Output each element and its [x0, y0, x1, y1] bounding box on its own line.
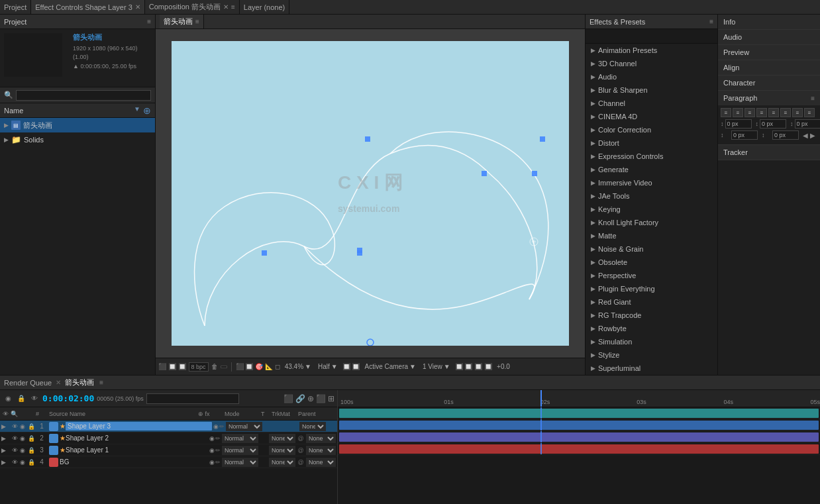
align-right-btn[interactable]: ≡ [744, 108, 755, 117]
layer-4-vis[interactable]: 👁 [9, 459, 20, 466]
effect-item-plugin-everything[interactable]: ▶Plugin Everything [586, 282, 717, 295]
project-menu-icon[interactable]: ≡ [147, 18, 151, 25]
effect-item-distort[interactable]: ▶Distort [586, 136, 717, 150]
layer-2-parent-select[interactable]: None [306, 434, 336, 443]
effect-item-noise-grain[interactable]: ▶Noise & Grain [586, 242, 717, 256]
align-justify-all-btn[interactable]: ≡ [768, 108, 779, 117]
tl-icon-1[interactable]: ⬛ [283, 394, 293, 403]
effect-item-rowbyte[interactable]: ▶Rowbyte [586, 322, 717, 335]
effect-item-matte[interactable]: ▶Matte [586, 229, 717, 242]
timeline-search-input[interactable] [146, 393, 239, 404]
comp-timeline-menu[interactable]: ≡ [99, 379, 103, 386]
project-tab[interactable]: Project [0, 0, 31, 14]
effect-item-knoll-light[interactable]: ▶Knoll Light Factory [586, 216, 717, 229]
composition-close[interactable]: ✕ [223, 3, 229, 11]
paragraph-title-label[interactable]: Paragraph [723, 94, 811, 102]
indent-left-field[interactable] [725, 119, 752, 128]
effect-item-rg-trapcode[interactable]: ▶RG Trapcode [586, 309, 717, 322]
indent-top-field[interactable] [795, 119, 821, 128]
name-add-icon[interactable]: ⊕ [143, 105, 151, 116]
effects-menu-icon[interactable]: ≡ [709, 18, 713, 25]
layer-3-lock[interactable]: 🔒 [28, 447, 36, 454]
comp-panel-menu-icon[interactable]: ≡ [195, 18, 199, 25]
layer-1-pen[interactable]: ✏ [219, 423, 225, 430]
layer-2-pen[interactable]: ✏ [215, 435, 221, 442]
effect-item-jae-tools[interactable]: ▶JAe Tools [586, 189, 717, 203]
align-justify-right-btn[interactable]: ≡ [792, 108, 803, 117]
layer-3-expand[interactable]: ▶ [1, 447, 9, 454]
align-left-btn[interactable]: ≡ [721, 108, 731, 117]
layer-2-lock[interactable]: 🔒 [28, 435, 36, 442]
layer-row-1[interactable]: ▶ 👁 ◉ 🔒 1 ★ Shape Layer 3 ◉ ✏ Normal Non… [0, 421, 337, 432]
layer-4-lock[interactable]: 🔒 [28, 459, 36, 466]
layer-4-pen[interactable]: ✏ [215, 459, 221, 466]
tl-icon-5[interactable]: ⊞ [328, 394, 334, 403]
align-justify-left-btn[interactable]: ≡ [804, 108, 815, 117]
effect-item-stylize[interactable]: ▶Stylize [586, 348, 717, 362]
effect-controls-tab[interactable]: Effect Controls Shape Layer 3 ✕ [31, 0, 145, 14]
audio-title-label[interactable]: Audio [718, 30, 820, 44]
camera-dropdown[interactable]: Active Camera ▼ [362, 363, 417, 370]
layer-1-mode-select[interactable]: Normal [226, 422, 262, 431]
comp-menu-icon[interactable]: ≡ [231, 3, 235, 11]
layer-2-solo[interactable]: ◉ [20, 435, 28, 442]
layer-4-solo2[interactable]: ◉ [209, 459, 215, 466]
layer-2-mode-select[interactable]: Normal [222, 434, 258, 443]
layer-2-vis[interactable]: 👁 [9, 435, 20, 442]
layer-4-mode-select[interactable]: Normal [222, 458, 258, 467]
zoom-display[interactable]: 43.4% ▼ [283, 363, 313, 370]
layer-4-solo[interactable]: ◉ [20, 459, 28, 466]
comp-timeline-tab[interactable]: 箭头动画 ≡ [65, 378, 103, 387]
comp-canvas[interactable]: C X I 网systemui.com [172, 41, 569, 346]
list-item-folder[interactable]: ▶ 📁 Solids [0, 132, 155, 147]
layer-row-2[interactable]: ▶ 👁 ◉ 🔒 2 ★ Shape Layer 2 ◉ ✏ Normal Non… [0, 432, 337, 444]
effect-item-perspective[interactable]: ▶Perspective [586, 269, 717, 282]
search-input[interactable] [16, 90, 151, 101]
layer-4-trkmat-select[interactable]: None [269, 458, 295, 467]
effect-item-keying[interactable]: ▶Keying [586, 203, 717, 216]
layer-3-pen[interactable]: ✏ [215, 447, 221, 454]
effect-item-cinema4d[interactable]: ▶CINEMA 4D [586, 110, 717, 123]
render-queue-tab[interactable]: Render Queue [4, 379, 52, 387]
indent-right-field[interactable] [760, 119, 786, 128]
spacing-field[interactable] [772, 130, 799, 140]
effect-item-superluminal[interactable]: ▶Superluminal [586, 362, 717, 375]
resolution-dropdown[interactable]: Half ▼ [316, 363, 340, 370]
effect-item-generate[interactable]: ▶Generate [586, 163, 717, 176]
effect-item-immersive-video[interactable]: ▶Immersive Video [586, 176, 717, 189]
align-center-btn[interactable]: ≡ [733, 108, 743, 117]
layer-1-solo2[interactable]: ◉ [213, 423, 219, 430]
layer-2-expand[interactable]: ▶ [1, 435, 9, 442]
effect-item-simulation[interactable]: ▶Simulation [586, 335, 717, 348]
layer-3-vis[interactable]: 👁 [9, 447, 20, 454]
effect-item-color-correction[interactable]: ▶Color Correction [586, 123, 717, 136]
layer-3-parent-select[interactable]: None [306, 446, 336, 455]
effect-item-obsolete[interactable]: ▶Obsolete [586, 256, 717, 269]
tl-icon-3[interactable]: ⊕ [307, 394, 314, 403]
layer-4-parent-select[interactable]: None [306, 458, 336, 467]
effect-item-audio[interactable]: ▶Audio [586, 70, 717, 83]
character-title-label[interactable]: Character [718, 76, 820, 90]
list-item-comp[interactable]: ▶ ▤ 箭头动画 [0, 118, 155, 132]
effects-search-input[interactable] [586, 29, 717, 44]
layer-1-parent-select[interactable]: None [299, 422, 326, 431]
layer-1-vis[interactable]: 👁 [9, 423, 20, 430]
tl-solo-icon[interactable]: ◉ [3, 393, 13, 404]
timeline-playhead[interactable] [540, 390, 542, 407]
layer-2-solo2[interactable]: ◉ [209, 435, 215, 442]
paragraph-menu-icon[interactable]: ≡ [811, 95, 815, 102]
effect-item-channel[interactable]: ▶Channel [586, 97, 717, 110]
effect-item-3d-channel[interactable]: ▶3D Channel [586, 57, 717, 70]
trash-icon[interactable]: 🗑 [211, 363, 218, 370]
comp-panel-tab[interactable]: 箭头动画 ≡ [160, 15, 204, 28]
layer-1-solo[interactable]: ◉ [20, 423, 28, 430]
tl-icon-2[interactable]: 🔗 [295, 394, 305, 403]
layer-3-trkmat-select[interactable]: None [269, 446, 295, 455]
indent-bottom-field[interactable] [731, 130, 758, 140]
composition-tab[interactable]: Composition 箭头动画 ✕ ≡ [145, 0, 240, 14]
layer-1-lock[interactable]: 🔒 [28, 423, 36, 430]
align-justify-btn[interactable]: ≡ [756, 108, 767, 117]
align-title-label[interactable]: Align [718, 60, 820, 75]
layer-row-4[interactable]: ▶ 👁 ◉ 🔒 4 BG ◉ ✏ Normal None @ None [0, 456, 337, 468]
tl-icon-4[interactable]: ⬛ [316, 394, 326, 403]
